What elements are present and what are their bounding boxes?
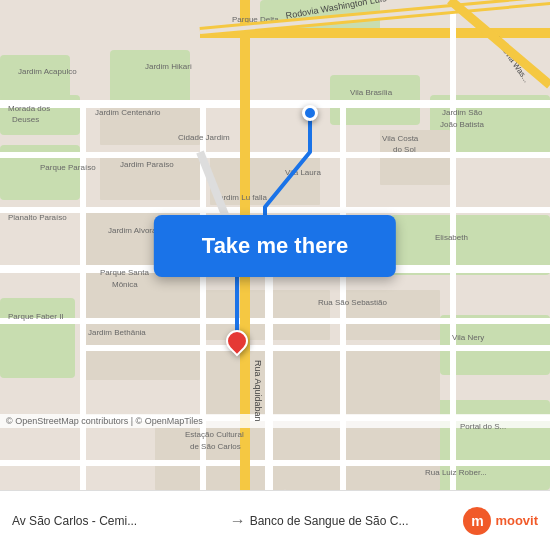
area-parque-paraiso: Parque Paraíso xyxy=(40,163,96,172)
area-rua-luiz: Rua Luiz Rober... xyxy=(425,468,487,477)
park-acapulco xyxy=(0,55,70,100)
area-jardim-hikari: Jardim Hikari xyxy=(145,62,192,71)
area-elisabeth: Elisabeth xyxy=(435,233,468,242)
road-v1 xyxy=(80,100,86,490)
area-jardim-lufalla: Jardim Lu falla xyxy=(215,193,267,202)
area-do-sol: do Sol xyxy=(393,145,416,154)
area-cidade-jardim: Cidade Jardim xyxy=(178,133,230,142)
area-jardim-sao: Jardim São xyxy=(442,108,482,117)
area-joao-batista: João Batista xyxy=(440,120,484,129)
area-estacao-cultural: Estação Cultural xyxy=(185,430,244,439)
moovit-logo: m moovit xyxy=(463,507,538,535)
block-south-east xyxy=(340,345,440,415)
moovit-m: m xyxy=(471,513,483,529)
area-vila-costa: Vila Costa xyxy=(382,134,418,143)
area-planalto-paraiso: Planalto Paraíso xyxy=(8,213,67,222)
road-v3 xyxy=(340,100,346,490)
area-portal: Portal do S... xyxy=(460,422,506,431)
origin-marker xyxy=(302,105,318,121)
road-h5 xyxy=(80,345,550,351)
area-de-sao-carlos: de São Carlos xyxy=(190,442,241,451)
area-parque-santa: Parque Santa xyxy=(100,268,149,277)
area-vila-laura: Vila Laura xyxy=(285,168,321,177)
area-jardim-bethania: Jardim Bethânia xyxy=(88,328,146,337)
park-hikari xyxy=(110,50,190,105)
destination-marker xyxy=(226,330,248,354)
area-jardim-paraiso: Jardim Paraíso xyxy=(120,160,174,169)
area-parque-faber: Parque Faber II xyxy=(8,312,64,321)
area-jardim-centenario: Jardim Centenário xyxy=(95,108,160,117)
bottom-bar: Av São Carlos - Cemi... → Banco de Sangu… xyxy=(0,490,550,550)
to-label: Banco de Sangue de São C... xyxy=(250,514,409,528)
from-section: Av São Carlos - Cemi... xyxy=(12,514,226,528)
area-morada-dos: Morada dos xyxy=(8,104,50,113)
to-section: Banco de Sangue de São C... xyxy=(250,514,464,528)
area-jardim-acapulco: Jardim Acapulco xyxy=(18,67,77,76)
area-vila-brasilia: Vila Brasília xyxy=(350,88,392,97)
arrow-icon: → xyxy=(230,512,246,530)
park-faber xyxy=(0,298,75,378)
area-vila-nery: Vila Nery xyxy=(452,333,484,342)
take-me-there-button[interactable]: Take me there xyxy=(154,215,396,277)
from-label: Av São Carlos - Cemi... xyxy=(12,514,137,528)
road-label-aquidaban: Rua Aquidaban xyxy=(253,360,263,422)
area-parque-delta: Parque Delta xyxy=(232,15,279,24)
road-aquidaban xyxy=(265,265,273,490)
area-rua-sao-sebastiao: Rua São Sebastião xyxy=(318,298,387,307)
moovit-text: moovit xyxy=(495,513,538,528)
area-monica: Mônica xyxy=(112,280,138,289)
moovit-logo-circle: m xyxy=(463,507,491,535)
pin-head xyxy=(221,325,252,356)
area-deuses: Deuses xyxy=(12,115,39,124)
map-container: Rodovia Washington Luís Rodovia Was... P… xyxy=(0,0,550,490)
